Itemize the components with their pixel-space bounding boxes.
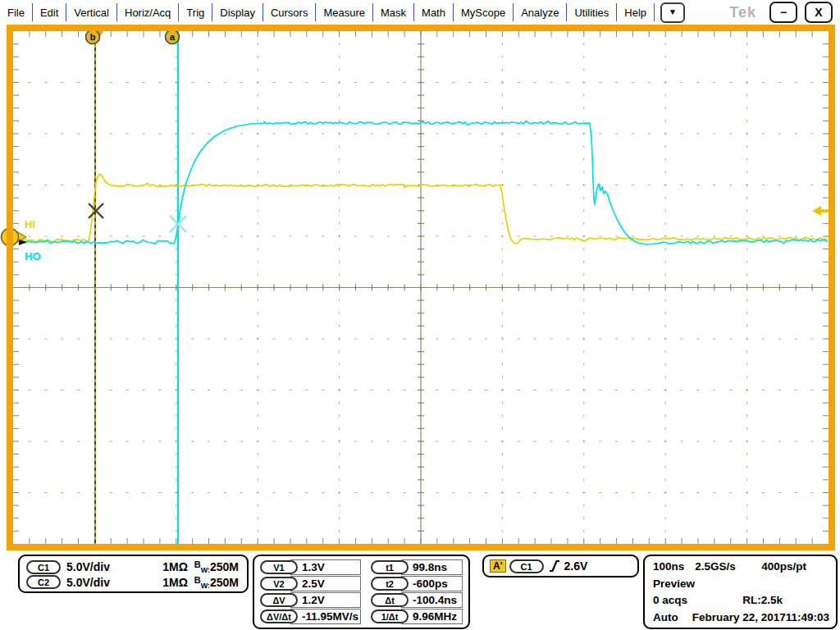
trigger-level-value: 2.6V: [564, 559, 588, 573]
v2-pill[interactable]: V2: [260, 577, 298, 591]
timebase-value: 100ns: [653, 560, 684, 573]
delta-t-value: -100.4ns: [401, 592, 463, 608]
channel-2-readout: C2 5.0V/div 1MΩ BW:250M: [26, 575, 239, 591]
channel-1-marker[interactable]: 1: [2, 229, 28, 246]
t1-pill[interactable]: t1: [371, 560, 409, 574]
clock-value: 11:49:03: [786, 611, 829, 623]
t1-value: 99.8ns: [401, 559, 463, 575]
channel-1-scale: 5.0V/div: [66, 560, 110, 573]
acquisition-status: Preview: [653, 578, 695, 590]
rising-edge-icon: [548, 559, 561, 573]
trigger-level-icon[interactable]: [812, 206, 829, 216]
cursor-marker-b[interactable]: [89, 203, 103, 218]
dv-dt-pill[interactable]: ΔV/Δt: [260, 609, 298, 623]
v1-pill[interactable]: V1: [260, 560, 298, 574]
svg-text:a: a: [170, 32, 176, 42]
cursor-balloon-a[interactable]: a: [166, 30, 180, 44]
acquisition-count: 0 acqs: [653, 594, 687, 606]
v2-value: 2.5V: [290, 576, 361, 591]
delta-v-value: 1.2V: [290, 592, 361, 608]
channel-1-coupling: 1MΩ BW:250M: [162, 559, 239, 574]
channel-2-pill[interactable]: C2: [26, 575, 61, 589]
horizontal-readout-box: 100ns 2.5GS/s 400ps/pt Preview 0 acqs RL…: [643, 555, 838, 629]
svg-text:b: b: [90, 32, 96, 42]
inv-delta-t-value: 9.96MHz: [401, 609, 463, 624]
trigger-a-badge[interactable]: A': [490, 559, 506, 573]
channel-2-scale: 5.0V/div: [66, 576, 110, 589]
v1-value: 1.3V: [290, 559, 361, 575]
record-length-value: RL:2.5k: [742, 594, 783, 606]
graticule-grid: [12, 30, 830, 546]
cursor-balloon-b[interactable]: b: [86, 30, 100, 44]
t2-pill[interactable]: t2: [371, 577, 409, 591]
scope-display: ba1HIHO: [0, 0, 840, 630]
channel-2-coupling: 1MΩ BW:250M: [162, 575, 239, 590]
inv-delta-t-pill[interactable]: 1/Δt: [371, 609, 409, 623]
trigger-mode-value: Auto: [653, 611, 678, 623]
delta-t-pill[interactable]: Δt: [371, 593, 409, 607]
t2-value: -600ps: [401, 576, 463, 591]
resolution-value: 400ps/pt: [761, 560, 806, 573]
delta-v-pill[interactable]: ΔV: [260, 593, 298, 607]
time-cursor-column: t199.8ns t2-600ps Δt-100.4ns 1/Δt9.96MHz: [371, 559, 463, 624]
voltage-cursor-column: V11.3V V22.5V ΔV1.2V ΔV/Δt-11.95MV/s: [260, 559, 361, 624]
dv-dt-value: -11.95MV/s: [290, 609, 361, 624]
channel-readout-box: C1 5.0V/div 1MΩ BW:250M C2 5.0V/div 1MΩ …: [18, 555, 249, 593]
waveform-label-ho: HO: [25, 250, 41, 262]
channel-1-readout: C1 5.0V/div 1MΩ BW:250M: [26, 559, 239, 575]
channel-1-pill[interactable]: C1: [26, 560, 61, 574]
date-value: February 22, 2017: [692, 611, 786, 623]
cursor-readout-box: V11.3V V22.5V ΔV1.2V ΔV/Δt-11.95MV/s t19…: [253, 555, 470, 629]
trigger-source-pill[interactable]: C1: [509, 559, 544, 573]
sample-rate-value: 2.5GS/s: [695, 560, 736, 573]
trigger-readout-box: A' C1 2.6V: [482, 555, 639, 578]
waveform-label-hi: HI: [25, 218, 35, 231]
